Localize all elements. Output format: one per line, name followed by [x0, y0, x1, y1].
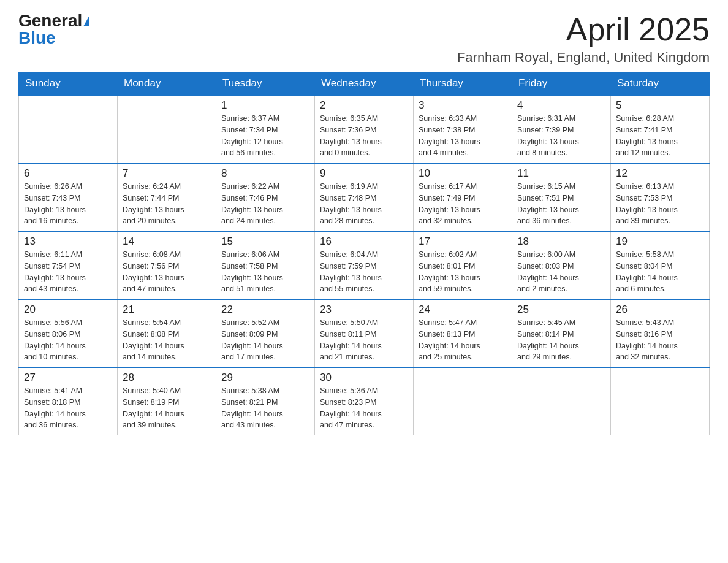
day-number: 20 [24, 304, 112, 316]
calendar-cell: 18Sunrise: 6:00 AM Sunset: 8:03 PM Dayli… [512, 231, 611, 299]
calendar-cell: 30Sunrise: 5:36 AM Sunset: 8:23 PM Dayli… [315, 367, 414, 435]
calendar-cell [118, 95, 216, 163]
calendar-cell: 28Sunrise: 5:40 AM Sunset: 8:19 PM Dayli… [118, 367, 216, 435]
day-info: Sunrise: 6:02 AM Sunset: 8:01 PM Dayligh… [419, 249, 507, 295]
calendar-table: SundayMondayTuesdayWednesdayThursdayFrid… [18, 72, 710, 435]
day-number: 17 [419, 236, 507, 248]
day-info: Sunrise: 5:43 AM Sunset: 8:16 PM Dayligh… [616, 317, 704, 363]
day-number: 6 [24, 167, 112, 180]
day-number: 27 [24, 372, 112, 384]
day-info: Sunrise: 6:15 AM Sunset: 7:51 PM Dayligh… [517, 181, 605, 227]
calendar-cell [611, 367, 710, 435]
week-row-3: 13Sunrise: 6:11 AM Sunset: 7:54 PM Dayli… [19, 231, 710, 299]
calendar-cell: 19Sunrise: 5:58 AM Sunset: 8:04 PM Dayli… [611, 231, 710, 299]
day-info: Sunrise: 5:45 AM Sunset: 8:14 PM Dayligh… [517, 317, 605, 363]
weekday-header-monday: Monday [118, 72, 216, 96]
calendar-cell: 15Sunrise: 6:06 AM Sunset: 7:58 PM Dayli… [216, 231, 315, 299]
calendar-cell: 6Sunrise: 6:26 AM Sunset: 7:43 PM Daylig… [19, 163, 118, 231]
calendar-cell: 4Sunrise: 6:31 AM Sunset: 7:39 PM Daylig… [512, 95, 611, 163]
calendar-cell: 14Sunrise: 6:08 AM Sunset: 7:56 PM Dayli… [118, 231, 216, 299]
day-number: 2 [320, 99, 408, 112]
day-info: Sunrise: 5:58 AM Sunset: 8:04 PM Dayligh… [616, 249, 704, 295]
location-title: Farnham Royal, England, United Kingdom [457, 50, 710, 66]
day-info: Sunrise: 6:37 AM Sunset: 7:34 PM Dayligh… [221, 113, 309, 159]
calendar-cell: 27Sunrise: 5:41 AM Sunset: 8:18 PM Dayli… [19, 367, 118, 435]
calendar-cell: 10Sunrise: 6:17 AM Sunset: 7:49 PM Dayli… [414, 163, 512, 231]
calendar-cell: 23Sunrise: 5:50 AM Sunset: 8:11 PM Dayli… [315, 299, 414, 367]
day-number: 4 [517, 99, 605, 112]
calendar-cell [414, 367, 512, 435]
day-number: 9 [320, 167, 408, 180]
calendar-cell: 3Sunrise: 6:33 AM Sunset: 7:38 PM Daylig… [414, 95, 512, 163]
day-number: 18 [517, 236, 605, 248]
day-info: Sunrise: 6:11 AM Sunset: 7:54 PM Dayligh… [24, 249, 112, 295]
day-number: 16 [320, 236, 408, 248]
day-number: 13 [24, 236, 112, 248]
calendar-cell: 11Sunrise: 6:15 AM Sunset: 7:51 PM Dayli… [512, 163, 611, 231]
day-number: 29 [221, 372, 309, 384]
weekday-header-sunday: Sunday [19, 72, 118, 96]
day-number: 15 [221, 236, 309, 248]
day-info: Sunrise: 6:06 AM Sunset: 7:58 PM Dayligh… [221, 249, 309, 295]
day-info: Sunrise: 5:56 AM Sunset: 8:06 PM Dayligh… [24, 317, 112, 363]
day-number: 28 [123, 372, 211, 384]
calendar-cell: 26Sunrise: 5:43 AM Sunset: 8:16 PM Dayli… [611, 299, 710, 367]
logo-triangle-icon [83, 15, 89, 26]
week-row-1: 1Sunrise: 6:37 AM Sunset: 7:34 PM Daylig… [19, 95, 710, 163]
day-info: Sunrise: 6:22 AM Sunset: 7:46 PM Dayligh… [221, 181, 309, 227]
calendar-cell: 7Sunrise: 6:24 AM Sunset: 7:44 PM Daylig… [118, 163, 216, 231]
day-number: 24 [419, 304, 507, 316]
day-info: Sunrise: 5:41 AM Sunset: 8:18 PM Dayligh… [24, 385, 112, 431]
day-info: Sunrise: 5:36 AM Sunset: 8:23 PM Dayligh… [320, 385, 408, 431]
calendar-cell: 1Sunrise: 6:37 AM Sunset: 7:34 PM Daylig… [216, 95, 315, 163]
day-number: 22 [221, 304, 309, 316]
logo: General Blue [18, 12, 89, 47]
day-info: Sunrise: 6:19 AM Sunset: 7:48 PM Dayligh… [320, 181, 408, 227]
day-number: 10 [419, 167, 507, 180]
calendar-cell [512, 367, 611, 435]
day-info: Sunrise: 5:52 AM Sunset: 8:09 PM Dayligh… [221, 317, 309, 363]
month-title: April 2025 [457, 12, 710, 47]
week-row-4: 20Sunrise: 5:56 AM Sunset: 8:06 PM Dayli… [19, 299, 710, 367]
calendar-cell: 8Sunrise: 6:22 AM Sunset: 7:46 PM Daylig… [216, 163, 315, 231]
day-info: Sunrise: 6:31 AM Sunset: 7:39 PM Dayligh… [517, 113, 605, 159]
day-number: 30 [320, 372, 408, 384]
day-info: Sunrise: 6:13 AM Sunset: 7:53 PM Dayligh… [616, 181, 704, 227]
day-info: Sunrise: 6:17 AM Sunset: 7:49 PM Dayligh… [419, 181, 507, 227]
day-info: Sunrise: 6:28 AM Sunset: 7:41 PM Dayligh… [616, 113, 704, 159]
logo-general-text: General [18, 12, 82, 29]
day-info: Sunrise: 5:47 AM Sunset: 8:13 PM Dayligh… [419, 317, 507, 363]
day-info: Sunrise: 6:24 AM Sunset: 7:44 PM Dayligh… [123, 181, 211, 227]
weekday-header-saturday: Saturday [611, 72, 710, 96]
day-info: Sunrise: 6:08 AM Sunset: 7:56 PM Dayligh… [123, 249, 211, 295]
day-number: 11 [517, 167, 605, 180]
day-number: 5 [616, 99, 704, 112]
calendar-cell: 5Sunrise: 6:28 AM Sunset: 7:41 PM Daylig… [611, 95, 710, 163]
day-info: Sunrise: 5:54 AM Sunset: 8:08 PM Dayligh… [123, 317, 211, 363]
day-number: 8 [221, 167, 309, 180]
day-number: 19 [616, 236, 704, 248]
day-number: 26 [616, 304, 704, 316]
calendar-cell: 25Sunrise: 5:45 AM Sunset: 8:14 PM Dayli… [512, 299, 611, 367]
calendar-cell: 9Sunrise: 6:19 AM Sunset: 7:48 PM Daylig… [315, 163, 414, 231]
calendar-cell: 20Sunrise: 5:56 AM Sunset: 8:06 PM Dayli… [19, 299, 118, 367]
day-number: 14 [123, 236, 211, 248]
day-number: 21 [123, 304, 211, 316]
day-number: 1 [221, 99, 309, 112]
day-info: Sunrise: 6:04 AM Sunset: 7:59 PM Dayligh… [320, 249, 408, 295]
calendar-cell [19, 95, 118, 163]
calendar-cell: 24Sunrise: 5:47 AM Sunset: 8:13 PM Dayli… [414, 299, 512, 367]
weekday-header-thursday: Thursday [414, 72, 512, 96]
day-info: Sunrise: 5:50 AM Sunset: 8:11 PM Dayligh… [320, 317, 408, 363]
calendar-cell: 22Sunrise: 5:52 AM Sunset: 8:09 PM Dayli… [216, 299, 315, 367]
day-number: 3 [419, 99, 507, 112]
calendar-cell: 21Sunrise: 5:54 AM Sunset: 8:08 PM Dayli… [118, 299, 216, 367]
title-section: April 2025 Farnham Royal, England, Unite… [457, 12, 710, 66]
day-number: 23 [320, 304, 408, 316]
calendar-cell: 12Sunrise: 6:13 AM Sunset: 7:53 PM Dayli… [611, 163, 710, 231]
weekday-header-row: SundayMondayTuesdayWednesdayThursdayFrid… [19, 72, 710, 96]
day-info: Sunrise: 6:00 AM Sunset: 8:03 PM Dayligh… [517, 249, 605, 295]
day-number: 25 [517, 304, 605, 316]
day-info: Sunrise: 5:38 AM Sunset: 8:21 PM Dayligh… [221, 385, 309, 431]
week-row-5: 27Sunrise: 5:41 AM Sunset: 8:18 PM Dayli… [19, 367, 710, 435]
